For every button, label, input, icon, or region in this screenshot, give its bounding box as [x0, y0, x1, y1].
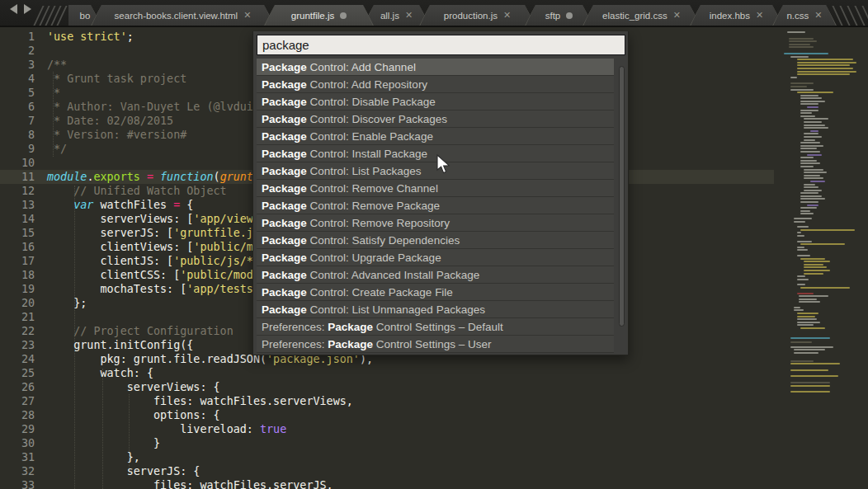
minimap-line — [794, 218, 812, 219]
tab-label: gruntfile.js — [291, 11, 334, 21]
tab-production-js[interactable]: production.js✕ — [419, 5, 535, 26]
line-number: 4 — [0, 72, 35, 86]
tab-scroll-left-icon[interactable] — [10, 4, 17, 14]
minimap-line — [790, 341, 812, 343]
minimap-line — [797, 226, 809, 228]
code-line-26[interactable]: 26 serverViews: { — [0, 380, 868, 394]
line-number: 14 — [0, 212, 35, 226]
code-line-31[interactable]: 31 }, — [0, 450, 868, 464]
minimap[interactable] — [774, 29, 868, 489]
tab-close-icon[interactable]: ✕ — [673, 11, 681, 20]
code-text: clientViews: ['public/m — [35, 240, 253, 254]
minimap-line — [789, 46, 814, 48]
minimap-line — [804, 139, 815, 141]
palette-item-package-control-list-unmanaged-packages[interactable]: Package Control: List Unmanaged Packages — [257, 301, 614, 318]
tab-close-icon[interactable]: ✕ — [503, 11, 511, 20]
minimap-line — [800, 97, 822, 99]
tab-n-css[interactable]: n.css✕ — [772, 5, 837, 26]
code-line-30[interactable]: 30 } — [0, 436, 868, 450]
minimap-line — [804, 177, 823, 179]
line-number: 22 — [0, 324, 35, 338]
tab-close-icon[interactable]: ✕ — [756, 11, 763, 20]
code-text: module.exports = function(grunt — [35, 170, 253, 184]
tab-close-icon[interactable]: ✕ — [814, 11, 822, 20]
line-number: 29 — [0, 422, 35, 436]
code-text: serverViews: ['app/view — [35, 212, 253, 226]
minimap-line — [800, 110, 818, 111]
code-text — [35, 310, 47, 324]
code-text: /** — [35, 58, 67, 72]
collapsed-tabs-stack-right[interactable] — [837, 5, 868, 26]
palette-item-package-control-add-channel[interactable]: Package Control: Add Channel — [257, 59, 614, 76]
minimap-line — [797, 71, 856, 73]
palette-item-package-control-enable-package[interactable]: Package Control: Enable Package — [257, 128, 614, 145]
tabs-row: bosearch-books.client.view.html✕gruntfil… — [68, 0, 837, 26]
minimap-line — [800, 103, 818, 105]
palette-item-package-control-add-repository[interactable]: Package Control: Add Repository — [257, 76, 614, 93]
code-text: * Author: Van-Duyet Le (@lvdui — [35, 100, 253, 114]
minimap-line — [800, 213, 814, 214]
code-text: */ — [35, 142, 67, 156]
palette-item-package-control-satisfy-dependencies[interactable]: Package Control: Satisfy Dependencies — [257, 232, 614, 249]
minimap-line — [790, 77, 797, 78]
minimap-line — [799, 299, 817, 300]
palette-item-package-control-list-packages[interactable]: Package Control: List Packages — [257, 162, 614, 180]
tab-close-icon[interactable]: ✕ — [243, 11, 251, 20]
collapsed-tabs-stack-left[interactable] — [38, 5, 67, 26]
code-line-28[interactable]: 28 options: { — [0, 408, 868, 422]
line-number: 18 — [0, 268, 35, 282]
tab-all-js[interactable]: all.js✕ — [363, 5, 430, 26]
tab-search-books-client-view-html[interactable]: search-books.client.view.html✕ — [91, 5, 275, 26]
palette-item-preferences-package-control-settings-default[interactable]: Preferences: Package Control Settings – … — [257, 318, 614, 336]
minimap-line — [804, 261, 830, 262]
code-line-32[interactable]: 32 serverJS: { — [0, 464, 868, 478]
code-line-25[interactable]: 25 watch: { — [0, 366, 868, 380]
code-text: * Grunt task project — [35, 72, 186, 86]
line-number: 10 — [0, 156, 35, 170]
line-number: 1 — [0, 30, 35, 44]
minimap-line — [790, 391, 830, 393]
code-line-33[interactable]: 33 files: watchFiles.serverJS, — [0, 478, 868, 489]
code-line-29[interactable]: 29 livereload: true — [0, 422, 868, 436]
minimap-line — [800, 198, 825, 200]
palette-item-preferences-package-control-settings-user[interactable]: Preferences: Package Control Settings – … — [257, 336, 614, 353]
minimap-line — [800, 201, 818, 203]
tab-label: production.js — [444, 11, 498, 21]
line-number: 3 — [0, 58, 35, 72]
command-palette-input[interactable] — [257, 35, 625, 55]
minimap-line — [800, 327, 825, 329]
minimap-line — [797, 92, 833, 93]
minimap-line — [797, 255, 810, 256]
minimap-line — [800, 115, 815, 117]
tab-index-hbs[interactable]: index.hbs✕ — [690, 5, 783, 26]
tab-gruntfile-js[interactable]: gruntfile.js — [264, 5, 374, 26]
tab-sftp[interactable]: sftp — [525, 5, 593, 26]
palette-item-package-control-remove-repository[interactable]: Package Control: Remove Repository — [257, 214, 614, 232]
palette-item-package-control-install-package[interactable]: Package Control: Install Package — [257, 145, 614, 162]
tab-scroll-right-icon[interactable] — [24, 4, 31, 14]
minimap-line — [800, 229, 855, 231]
palette-item-package-control-advanced-install-package[interactable]: Package Control: Advanced Install Packag… — [257, 266, 614, 284]
line-number: 8 — [0, 128, 35, 142]
palette-item-package-control-upgrade-package[interactable]: Package Control: Upgrade Package — [257, 249, 614, 266]
minimap-line — [800, 148, 817, 149]
code-text: // Project Configuration — [35, 324, 234, 338]
minimap-line — [794, 221, 805, 223]
palette-scrollbar-thumb[interactable] — [619, 66, 625, 327]
minimap-line — [797, 316, 815, 317]
minimap-line — [794, 307, 800, 308]
palette-item-package-control-create-package-file[interactable]: Package Control: Create Package File — [257, 284, 614, 301]
minimap-line — [797, 73, 850, 75]
palette-item-package-control-remove-package[interactable]: Package Control: Remove Package — [257, 197, 614, 214]
line-number: 25 — [0, 366, 35, 380]
palette-item-package-control-disable-package[interactable]: Package Control: Disable Package — [257, 93, 614, 110]
code-text: }; — [35, 296, 87, 310]
code-text: watch: { — [35, 366, 153, 380]
palette-item-package-control-discover-packages[interactable]: Package Control: Discover Packages — [257, 110, 614, 128]
code-text: livereload: true — [35, 422, 286, 436]
tab-close-icon[interactable]: ✕ — [405, 11, 413, 20]
code-text: clientJS: ['public/js/* — [35, 254, 253, 268]
palette-item-package-control-remove-channel[interactable]: Package Control: Remove Channel — [257, 180, 614, 197]
code-line-27[interactable]: 27 files: watchFiles.serverViews, — [0, 394, 868, 408]
tab-elastic-grid-css[interactable]: elastic_grid.css✕ — [583, 5, 701, 26]
